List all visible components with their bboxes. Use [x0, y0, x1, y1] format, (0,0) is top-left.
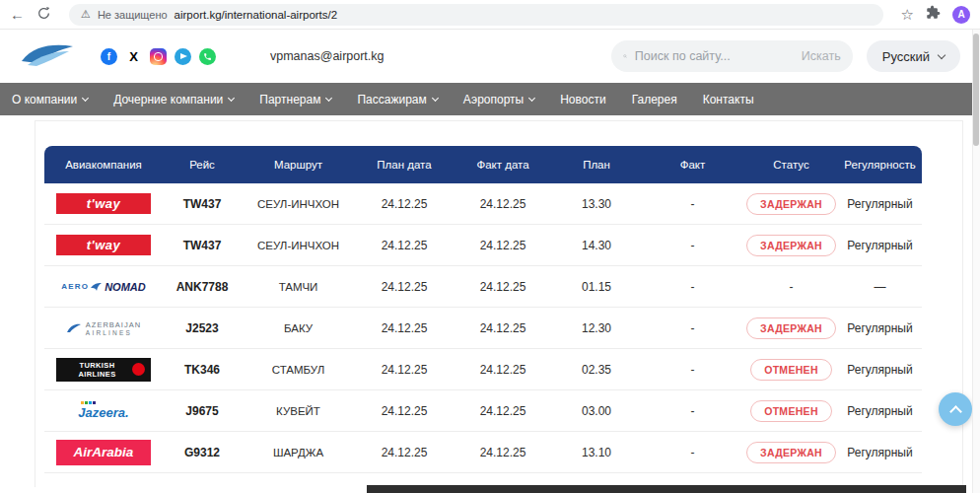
- chevron-down-icon: [528, 94, 535, 101]
- facebook-icon[interactable]: f: [101, 48, 117, 65]
- column-header: Факт: [641, 159, 744, 171]
- security-label: Не защищено: [98, 9, 168, 21]
- whatsapp-icon[interactable]: [199, 48, 216, 65]
- turkish-airlines-logo: TURKISH AIRLINES: [56, 358, 151, 382]
- column-header: План: [552, 159, 641, 171]
- regularity: —: [838, 280, 922, 294]
- airline-cell: AirArabia: [44, 440, 163, 465]
- language-label: Русский: [882, 49, 930, 64]
- status-cell: ЗАДЕРЖАН: [744, 317, 838, 339]
- air-arabia-logo: AirArabia: [56, 440, 151, 465]
- nav-label: Контакты: [703, 93, 754, 106]
- nav-label: О компании: [12, 93, 77, 106]
- status-cell: ОТМЕНЕН: [744, 400, 838, 422]
- chevron-down-icon: [82, 94, 89, 101]
- flight-number: TK346: [163, 363, 242, 377]
- search-button[interactable]: Искать: [802, 49, 841, 63]
- nav-item-passengers[interactable]: Пассажирам: [357, 93, 437, 106]
- scrollbar-thumb[interactable]: [973, 34, 979, 146]
- logo-line: AIRLINES: [86, 329, 141, 336]
- profile-avatar[interactable]: A: [952, 6, 970, 24]
- plan-time: 13.10: [552, 446, 641, 459]
- reload-icon[interactable]: [36, 6, 51, 23]
- regularity: Регулярный: [838, 239, 922, 252]
- table-row: TURKISH AIRLINES TK346 СТАМБУЛ 24.12.25 …: [44, 349, 922, 390]
- regularity: Регулярный: [838, 197, 922, 211]
- paper-plane-icon: [180, 53, 187, 59]
- fact-date: 24.12.25: [454, 321, 552, 335]
- status-cell: ОТМЕНЕН: [744, 359, 838, 381]
- fact-time: -: [641, 321, 744, 335]
- nav-label: Партнерам: [259, 93, 320, 106]
- status-badge: ОТМЕНЕН: [750, 359, 832, 381]
- nav-item-airports[interactable]: Аэропорты: [463, 93, 534, 106]
- footer-top-strip: [367, 485, 966, 493]
- x-twitter-icon[interactable]: X: [125, 48, 142, 65]
- extensions-puzzle-icon[interactable]: [926, 5, 941, 24]
- instagram-icon[interactable]: [150, 48, 167, 65]
- airport-logo[interactable]: [20, 41, 75, 71]
- airline-cell: Jazeera.: [44, 401, 163, 420]
- nav-label: Аэропорты: [463, 93, 524, 106]
- address-bar[interactable]: ⚠ Не защищено airport.kg/international-a…: [69, 4, 883, 26]
- bookmark-star-icon[interactable]: ☆: [901, 6, 914, 24]
- tway-airline-logo: t'way: [56, 193, 151, 214]
- regularity: Регулярный: [838, 363, 922, 377]
- route: СТАМБУЛ: [242, 364, 355, 376]
- airline-cell: t'way: [44, 193, 163, 214]
- back-icon[interactable]: ←: [10, 7, 25, 22]
- status-badge: ЗАДЕРЖАН: [746, 235, 836, 256]
- language-selector[interactable]: Русский: [867, 40, 960, 72]
- plan-date: 24.12.25: [355, 239, 454, 252]
- nav-item-gallery[interactable]: Галерея: [632, 93, 677, 106]
- site-search: Искать: [611, 40, 853, 72]
- logo-text: AERO: [61, 282, 89, 291]
- nav-item-contacts[interactable]: Контакты: [703, 93, 754, 106]
- not-secure-warning-icon: ⚠: [81, 8, 91, 21]
- contact-email[interactable]: vpmanas@airport.kg: [270, 49, 385, 63]
- plan-date: 24.12.25: [355, 197, 454, 211]
- status-badge: ЗАДЕРЖАН: [746, 442, 836, 463]
- column-header: Авиакомпания: [44, 159, 163, 171]
- nav-item-about[interactable]: О компании: [12, 93, 88, 106]
- aero-nomad-airline-logo: AERO NOMAD: [61, 281, 145, 293]
- telegram-icon[interactable]: [175, 48, 191, 65]
- turkish-emblem-icon: [132, 363, 145, 376]
- browser-toolbar: ← ⚠ Не защищено airport.kg/international…: [0, 0, 980, 30]
- plan-date: 24.12.25: [355, 321, 454, 335]
- status-badge: ОТМЕНЕН: [750, 400, 832, 422]
- airline-cell: t'way: [44, 235, 163, 255]
- status-cell: ЗАДЕРЖАН: [744, 235, 838, 256]
- tway-airline-logo: t'way: [56, 235, 151, 255]
- search-input[interactable]: [635, 49, 794, 63]
- plan-time: 13.30: [552, 197, 641, 211]
- plan-time: 02.35: [552, 363, 641, 377]
- column-header: Маршрут: [242, 159, 355, 171]
- airline-cell: TURKISH AIRLINES: [44, 358, 163, 382]
- nav-item-subsidiaries[interactable]: Дочерние компании: [113, 93, 234, 106]
- logo-line: AZERBAIJAN: [86, 320, 141, 329]
- flight-number: TW437: [163, 239, 242, 252]
- table-row: AZERBAIJAN AIRLINES J2523 БАКУ 24.12.25 …: [44, 308, 922, 349]
- nav-label: Новости: [560, 93, 605, 106]
- plan-date: 24.12.25: [355, 404, 454, 418]
- status-cell: ЗАДЕРЖАН: [744, 193, 838, 215]
- route: КУВЕЙТ: [242, 405, 355, 417]
- nav-label: Галерея: [632, 93, 677, 106]
- table-row: t'way TW437 СЕУЛ-ИНЧХОН 24.12.25 24.12.2…: [44, 183, 922, 225]
- column-header: Статус: [744, 159, 838, 171]
- reload-glyph: [36, 6, 51, 21]
- plan-date: 24.12.25: [355, 446, 454, 459]
- flight-number: J2523: [163, 321, 242, 335]
- nav-item-news[interactable]: Новости: [560, 93, 605, 106]
- airline-cell: AZERBAIJAN AIRLINES: [44, 320, 163, 336]
- fact-time: -: [641, 197, 744, 211]
- fact-date: 24.12.25: [454, 239, 552, 252]
- azerbaijan-airlines-logo: AZERBAIJAN AIRLINES: [66, 320, 141, 336]
- fact-date: 24.12.25: [454, 404, 552, 418]
- nav-item-partners[interactable]: Партнерам: [259, 93, 331, 106]
- fact-date: 24.12.25: [454, 363, 552, 377]
- regularity: Регулярный: [838, 446, 922, 459]
- route: ТАМЧИ: [242, 281, 355, 293]
- scroll-to-top-button[interactable]: [939, 392, 972, 426]
